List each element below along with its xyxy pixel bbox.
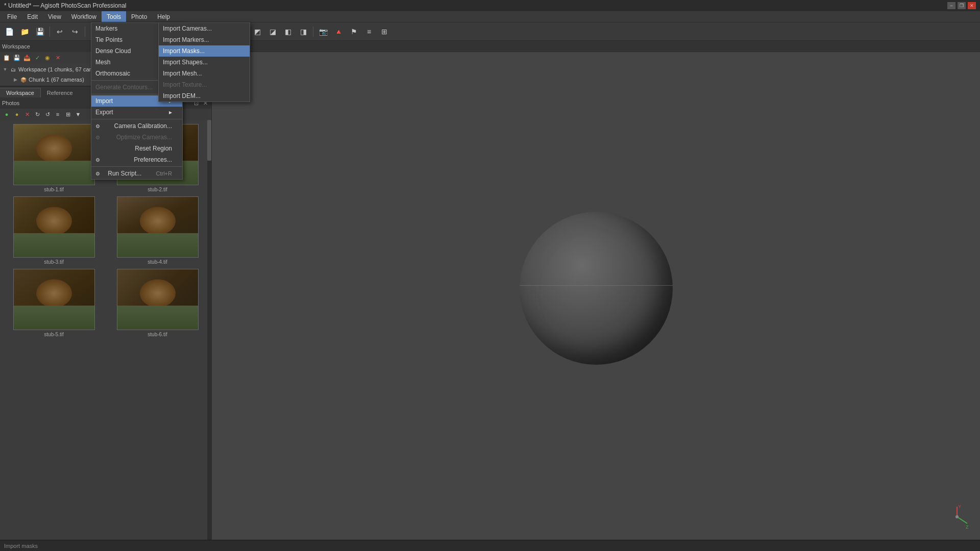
script-icon: ⚙ <box>95 171 102 177</box>
menu-item-import-masks[interactable]: Import Masks... <box>159 45 250 57</box>
import-cameras-label: Import Cameras... <box>163 25 212 32</box>
separator-3 <box>91 119 182 119</box>
export-arrow: ▶ <box>169 110 172 115</box>
menu-item-import-cameras[interactable]: Import Cameras... <box>159 23 250 34</box>
menu-item-import-markers[interactable]: Import Markers... <box>159 34 250 45</box>
run-script-shortcut: Ctrl+R <box>156 170 172 177</box>
import-label: Import <box>95 97 113 105</box>
reset-region-label: Reset Region <box>135 145 172 152</box>
mesh-label: Mesh <box>95 59 110 66</box>
menu-item-optimize-cameras: ⚙ Optimize Cameras... <box>91 132 182 143</box>
optimize-cameras-label: Optimize Cameras... <box>116 134 172 141</box>
menu-item-reset-region[interactable]: Reset Region <box>91 143 182 154</box>
menu-item-import-shapes[interactable]: Import Shapes... <box>159 57 250 68</box>
camera-calibration-label: Camera Calibration... <box>114 122 172 130</box>
import-markers-label: Import Markers... <box>163 36 209 43</box>
menu-item-import-mesh[interactable]: Import Mesh... <box>159 68 250 79</box>
orthomosaic-label: Orthomosaic <box>95 70 130 77</box>
camera-cal-icon: ⚙ <box>95 123 102 129</box>
separator-4 <box>91 166 182 167</box>
opt-cam-icon: ⚙ <box>95 135 102 140</box>
menu-item-import-texture: Import Texture... <box>159 79 250 90</box>
dense-cloud-label: Dense Cloud <box>95 47 131 55</box>
menu-item-import-dem[interactable]: Import DEM... <box>159 90 250 102</box>
preferences-label: Preferences... <box>134 156 172 163</box>
import-submenu: Import Cameras... Import Markers... Impo… <box>158 22 250 102</box>
import-masks-label: Import Masks... <box>163 47 205 55</box>
import-mesh-label: Import Mesh... <box>163 70 202 77</box>
menu-item-run-script[interactable]: ⚙ Run Script... Ctrl+R <box>91 168 182 179</box>
menu-item-export[interactable]: Export ▶ <box>91 107 182 118</box>
prefs-icon: ⚙ <box>95 157 102 163</box>
export-label: Export <box>95 109 113 116</box>
tie-points-label: Tie Points <box>95 36 122 43</box>
import-dem-label: Import DEM... <box>163 92 201 99</box>
import-shapes-label: Import Shapes... <box>163 59 208 66</box>
menu-item-preferences[interactable]: ⚙ Preferences... <box>91 154 182 165</box>
import-texture-label: Import Texture... <box>163 81 207 88</box>
menu-item-camera-calibration[interactable]: ⚙ Camera Calibration... <box>91 120 182 132</box>
generate-contours-label: Generate Contours... <box>95 84 153 91</box>
run-script-label: Run Script... <box>108 170 141 177</box>
markers-label: Markers <box>95 25 117 32</box>
